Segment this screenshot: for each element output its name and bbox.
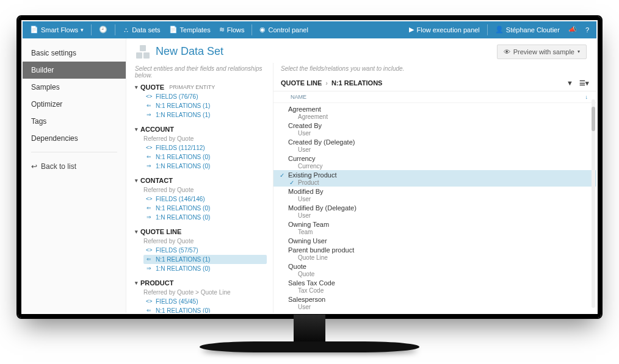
nav-templates[interactable]: 📄Templates (167, 26, 213, 34)
entity-n1-relations[interactable]: ⇐N:1 RELATIONS (0) (143, 204, 267, 213)
sidebar-item-basic-settings[interactable]: Basic settings (23, 45, 126, 62)
tree-icon: ⛬ (123, 26, 129, 34)
detail-panel: Select the fields/relations you want to … (273, 63, 596, 313)
caret-down-icon: ▾ (135, 229, 138, 235)
app-name: Smart Flows (41, 26, 78, 34)
scrollbar-thumb[interactable] (592, 107, 595, 131)
relation-row[interactable]: Sales Tax CodeTax Code (273, 278, 596, 294)
flow-exec-panel[interactable]: ▶Flow execution panel (407, 26, 482, 34)
rel-icon: <> (146, 93, 152, 99)
sidebar-item-samples[interactable]: Samples (23, 79, 126, 96)
relation-row[interactable]: QuoteQuote (273, 262, 596, 278)
topbar: 📄 Smart Flows ▾ 🕘 ⛬Data sets 📄Templates … (23, 21, 596, 38)
rel-icon: ⇒ (146, 163, 152, 169)
caret-down-icon: ▾ (135, 280, 138, 286)
entity-contact[interactable]: ▾ CONTACT (135, 176, 267, 185)
entity-account[interactable]: ▾ ACCOUNT (135, 124, 267, 134)
entity-1n-relations[interactable]: ⇒1:N RELATIONS (0) (143, 213, 267, 222)
entity-fields[interactable]: <>FIELDS (112/112) (143, 143, 267, 152)
nav-control-panel[interactable]: ◉Control panel (257, 26, 310, 34)
caret-down-icon: ▾ (135, 126, 138, 132)
nav-datasets[interactable]: ⛬Data sets (120, 26, 162, 34)
file-icon: 📄 (30, 26, 38, 34)
entity-ref: Referred by Quote (143, 135, 267, 142)
crumb-entity[interactable]: QUOTE LINE (281, 79, 322, 87)
sidebar-item-optimizer[interactable]: Optimizer (23, 96, 126, 113)
chevron-right-icon: › (325, 79, 328, 87)
sidebar-item-builder[interactable]: Builder (23, 62, 126, 79)
back-arrow-icon: ↩ (31, 162, 37, 171)
entity-product[interactable]: ▾ PRODUCT (135, 278, 267, 288)
entity-tree: Select entities and their fields and rel… (126, 63, 273, 313)
sidebar-item-tags[interactable]: Tags (23, 113, 126, 130)
main: New Data Set 👁 Preview with sample ▾ Sel… (126, 38, 596, 313)
rel-icon: ⇒ (146, 112, 152, 118)
megaphone-icon: 📣 (568, 26, 577, 34)
rel-icon: <> (146, 196, 152, 202)
entity-quote[interactable]: ▾ QUOTEPRIMARY ENTITY (135, 82, 267, 92)
dashboard-icon: ◉ (259, 26, 266, 34)
relation-row[interactable]: AgreementAgreement (273, 104, 596, 121)
entity-fields[interactable]: <>FIELDS (76/76) (143, 92, 267, 101)
entity-1n-relations[interactable]: ⇒1:N RELATIONS (0) (143, 162, 267, 171)
entity-quote-line[interactable]: ▾ QUOTE LINE (135, 227, 267, 237)
help-button[interactable]: ? (583, 26, 592, 34)
rel-icon: <> (146, 247, 152, 253)
entity-fields[interactable]: <>FIELDS (45/45) (143, 297, 267, 306)
rel-icon: ⇐ (146, 256, 152, 262)
entity-n1-relations[interactable]: ⇐N:1 RELATIONS (1) (143, 101, 267, 110)
rel-icon: ⇐ (146, 205, 152, 211)
filter-icon[interactable]: ▼ (567, 79, 573, 87)
file-icon: 📄 (169, 26, 178, 34)
relation-row[interactable]: CurrencyCurrency (273, 154, 596, 170)
column-header[interactable]: NAME ↓ (273, 91, 596, 103)
col-name: NAME (291, 94, 306, 100)
entity-ref: Referred by Quote (143, 238, 267, 244)
relation-row[interactable]: Owning User (273, 236, 596, 245)
caret-down-icon: ▾ (135, 177, 138, 184)
crumb-section: N:1 RELATIONS (331, 79, 383, 87)
rel-icon: ⇒ (146, 265, 152, 271)
entity-n1-relations[interactable]: ⇐N:1 RELATIONS (1) (143, 255, 267, 264)
sidebar-item-dependencies[interactable]: Dependencies (23, 130, 126, 147)
relation-row[interactable]: Modified By (Delegate)User (273, 203, 596, 219)
relation-row[interactable]: Service AccountAccount (273, 311, 596, 313)
entity-n1-relations[interactable]: ⇐N:1 RELATIONS (0) (143, 152, 267, 162)
megaphone-button[interactable]: 📣 (566, 26, 579, 34)
scrollbar[interactable] (592, 99, 595, 308)
monitor-frame: 📄 Smart Flows ▾ 🕘 ⛬Data sets 📄Templates … (16, 15, 603, 319)
back-to-list[interactable]: ↩Back to list (23, 157, 126, 176)
sort-arrow-icon[interactable]: ↓ (585, 94, 588, 100)
relation-row[interactable]: Modified ByUser (273, 187, 596, 203)
relation-row[interactable]: Owning TeamTeam (273, 219, 596, 236)
list-icon[interactable]: ☰▾ (579, 79, 589, 87)
page-header: New Data Set 👁 Preview with sample ▾ (126, 38, 596, 63)
preview-button[interactable]: 👁 Preview with sample ▾ (497, 45, 587, 59)
page-title: New Data Set (136, 45, 223, 59)
breadcrumb: QUOTE LINE › N:1 RELATIONS ▼ ☰▾ (273, 76, 596, 91)
relation-row[interactable]: SalespersonUser (273, 294, 596, 311)
relation-row[interactable]: Created ByUser (273, 121, 596, 137)
entity-ref: Referred by Quote > Quote Line (143, 289, 267, 296)
relation-row[interactable]: ✓Existing Product✓Product (273, 170, 596, 187)
caret-down-icon: ▾ (135, 84, 138, 90)
entity-1n-relations[interactable]: ⇒1:N RELATIONS (1) (143, 110, 267, 120)
eye-icon: 👁 (504, 48, 510, 55)
entity-n1-relations[interactable]: ⇐N:1 RELATIONS (0) (143, 306, 267, 313)
nav-history[interactable]: 🕘 (96, 26, 110, 34)
user-icon: 👤 (495, 26, 504, 34)
entity-fields[interactable]: <>FIELDS (146/146) (143, 194, 267, 204)
screen: 📄 Smart Flows ▾ 🕘 ⛬Data sets 📄Templates … (23, 21, 596, 313)
entity-fields[interactable]: <>FIELDS (57/57) (143, 246, 267, 255)
app-brand[interactable]: 📄 Smart Flows ▾ (27, 26, 86, 34)
detail-hint: Select the fields/relations you want to … (273, 63, 596, 72)
user-menu[interactable]: 👤Stéphane Cloutier (493, 26, 562, 34)
dataset-icon (136, 45, 150, 59)
chevron-down-icon: ▾ (577, 49, 580, 54)
nav-flows[interactable]: ≋Flows (217, 26, 247, 34)
relation-row[interactable]: Created By (Delegate)User (273, 137, 596, 154)
rel-icon: ⇐ (146, 102, 152, 109)
check-icon: ✓ (280, 172, 287, 179)
relation-row[interactable]: Parent bundle productQuote Line (273, 245, 596, 262)
entity-1n-relations[interactable]: ⇒1:N RELATIONS (0) (143, 264, 267, 273)
